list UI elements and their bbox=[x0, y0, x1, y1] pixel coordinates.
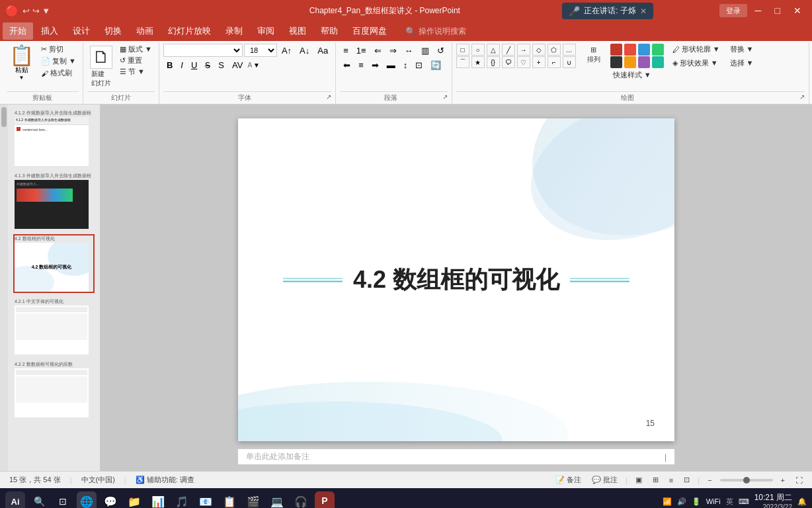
tray-battery-icon[interactable]: 🔋 bbox=[692, 497, 701, 506]
layout-button[interactable]: ▦ 版式 ▼ bbox=[117, 44, 155, 55]
view-outline-btn[interactable]: ≡ bbox=[667, 476, 676, 485]
shape-bracket[interactable]: {} bbox=[487, 56, 500, 68]
shape-plus[interactable]: + bbox=[532, 56, 546, 68]
slide-thumb-2[interactable]: 4.1.3 外建数据导入并去除生成数据框 外建数据导入... bbox=[13, 171, 95, 230]
menu-item-design[interactable]: 设计 bbox=[66, 22, 97, 40]
taskbar-ai-button[interactable]: Ai bbox=[5, 491, 25, 508]
increase-indent-button[interactable]: ⇒ bbox=[386, 44, 400, 57]
zoom-slider[interactable] bbox=[720, 479, 773, 482]
taskbar-headphone[interactable]: 🎧 bbox=[291, 491, 311, 508]
taskbar-app-11[interactable]: 💻 bbox=[267, 491, 287, 508]
taskbar-edge[interactable]: 🌐 bbox=[77, 491, 97, 508]
accessibility-btn[interactable]: ♿ 辅助功能: 调查 bbox=[133, 474, 197, 486]
meeting-close[interactable]: ✕ bbox=[640, 7, 647, 16]
shape-line[interactable]: ╱ bbox=[502, 44, 515, 56]
login-button[interactable]: 登录 bbox=[719, 4, 747, 17]
section-button[interactable]: ☰ 节 ▼ bbox=[117, 66, 155, 77]
copy-button[interactable]: 📄 复制 ▼ bbox=[38, 56, 79, 67]
italic-button[interactable]: I bbox=[177, 58, 186, 71]
slide-thumb-4[interactable]: 4.2.1 中文字体的可视化 bbox=[13, 297, 95, 356]
view-slide-btn[interactable]: ⊞ bbox=[650, 475, 661, 485]
reset-button[interactable]: ↺ 重置 bbox=[117, 55, 155, 66]
font-name-select[interactable] bbox=[163, 44, 243, 57]
justify-button[interactable]: ▬ bbox=[384, 58, 399, 71]
columns-button[interactable]: ▥ bbox=[418, 44, 432, 57]
style-8[interactable] bbox=[652, 56, 664, 68]
bullet-list-button[interactable]: ≡ bbox=[340, 44, 352, 57]
fit-btn[interactable]: ⛶ bbox=[793, 476, 805, 485]
zoom-plus-btn[interactable]: + bbox=[778, 476, 788, 485]
paste-button[interactable]: 📋 粘贴 ▼ bbox=[7, 44, 36, 83]
style-2[interactable] bbox=[624, 44, 636, 56]
menu-item-animations[interactable]: 动画 bbox=[130, 22, 160, 40]
left-scroll-thumb[interactable] bbox=[1, 107, 7, 127]
notes-btn[interactable]: 📝 备注 bbox=[553, 474, 584, 486]
drawing-expand-icon[interactable]: ↗ bbox=[799, 93, 805, 101]
menu-item-view[interactable]: 视图 bbox=[282, 22, 313, 40]
shape-curve[interactable]: ⌒ bbox=[456, 56, 469, 68]
style-6[interactable] bbox=[624, 56, 636, 68]
arrange-button[interactable]: ⊞ 排列 bbox=[582, 44, 606, 66]
text-align-button[interactable]: ⊡ bbox=[412, 58, 426, 71]
style-7[interactable] bbox=[638, 56, 650, 68]
slide-thumb-5[interactable]: 4.2.2 数数据框可视化的应数 bbox=[13, 360, 95, 419]
select-button[interactable]: 选择 ▼ bbox=[727, 58, 756, 69]
smartart-button[interactable]: ↺ bbox=[434, 44, 448, 57]
new-slide-button[interactable]: 🗋 新建幻灯片 bbox=[87, 44, 115, 90]
format-painter-button[interactable]: 🖌 格式刷 bbox=[38, 67, 79, 79]
taskbar-powerpoint[interactable]: P bbox=[315, 491, 335, 508]
shape-star[interactable]: ★ bbox=[471, 56, 485, 68]
style-4[interactable] bbox=[652, 44, 664, 56]
text-direction-button[interactable]: ↔ bbox=[401, 44, 417, 57]
style-5[interactable] bbox=[610, 56, 622, 68]
tray-wifi-icon[interactable]: WiFi bbox=[706, 497, 721, 505]
font-expand-icon[interactable]: ↗ bbox=[326, 93, 331, 101]
tray-network-icon[interactable]: 📶 bbox=[663, 497, 672, 506]
menu-item-baidu[interactable]: 百度网盘 bbox=[346, 22, 393, 40]
zoom-thumb[interactable] bbox=[743, 477, 750, 484]
para-expand-icon[interactable]: ↗ bbox=[442, 93, 448, 101]
slide-canvas[interactable]: 4.2 数组框的可视化 15 bbox=[238, 118, 674, 441]
notes-placeholder[interactable]: 单击此处添加备注 bbox=[246, 451, 309, 462]
menu-item-transitions[interactable]: 切换 bbox=[98, 22, 128, 40]
replace-button[interactable]: 替换 ▼ bbox=[727, 44, 756, 55]
font-clear-button[interactable]: Aa bbox=[314, 44, 331, 57]
convert-smartart-button[interactable]: 🔄 bbox=[427, 58, 444, 71]
font-decrease-button[interactable]: A↓ bbox=[296, 44, 313, 57]
shape-rect[interactable]: □ bbox=[456, 44, 469, 56]
slide-thumb-1[interactable]: 4.1.2 作规数据导入并去除生成数据框 4.1.2 作规数据导入并去除生成数据… bbox=[13, 108, 95, 167]
shape-heart[interactable]: ♡ bbox=[517, 56, 530, 68]
taskbar-mail[interactable]: 📧 bbox=[196, 491, 216, 508]
font-increase-button[interactable]: A↑ bbox=[278, 44, 295, 57]
slide-thumb-3[interactable]: 4.2 数组框的可视化 4.2 数组框的可视化 bbox=[13, 234, 95, 293]
char-spacing-button[interactable]: AV bbox=[229, 58, 246, 71]
taskbar-search[interactable]: 🔍 bbox=[29, 491, 49, 508]
cut-button[interactable]: ✂ 剪切 bbox=[38, 44, 79, 55]
numbered-list-button[interactable]: 1≡ bbox=[353, 44, 370, 57]
font-size-select[interactable]: 18 bbox=[244, 44, 277, 57]
minimize-button[interactable]: ─ bbox=[750, 4, 767, 17]
decrease-indent-button[interactable]: ⇐ bbox=[371, 44, 385, 57]
shape-brace[interactable]: ⌐ bbox=[548, 56, 561, 68]
style-3[interactable] bbox=[638, 44, 650, 56]
taskbar-app-10[interactable]: 🎬 bbox=[243, 491, 263, 508]
view-presenter-btn[interactable]: ⊡ bbox=[681, 475, 692, 485]
notes-bar[interactable]: 单击此处添加备注 | bbox=[238, 448, 674, 464]
align-center-button[interactable]: ≡ bbox=[355, 58, 367, 71]
shape-circle[interactable]: ○ bbox=[471, 44, 485, 56]
shape-note[interactable]: 🗩 bbox=[502, 56, 515, 68]
style-1[interactable] bbox=[610, 44, 622, 56]
taskbar-app-9[interactable]: 📋 bbox=[220, 491, 239, 508]
left-scrollbar[interactable] bbox=[0, 105, 8, 471]
align-right-button[interactable]: ➡ bbox=[368, 58, 382, 71]
menu-item-review[interactable]: 审阅 bbox=[251, 22, 281, 40]
quick-styles-button[interactable]: 快速样式 ▼ bbox=[610, 69, 665, 81]
taskbar-app-red[interactable]: 📊 bbox=[148, 491, 168, 508]
shape-more[interactable]: … bbox=[563, 44, 576, 56]
shadow-button[interactable]: S bbox=[215, 58, 227, 71]
restore-button[interactable]: □ bbox=[770, 4, 786, 17]
shape-pentagon[interactable]: ⬠ bbox=[548, 44, 561, 56]
shape-diamond[interactable]: ◇ bbox=[532, 44, 546, 56]
tray-volume-icon[interactable]: 🔊 bbox=[677, 497, 686, 506]
taskbar-wechat[interactable]: 💬 bbox=[101, 491, 120, 508]
